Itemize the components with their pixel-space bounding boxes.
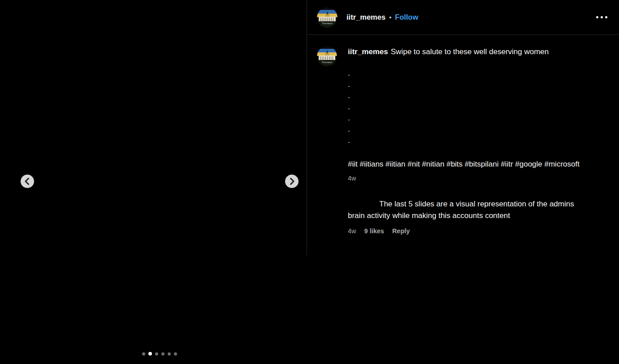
caption-timestamp: 4w bbox=[348, 175, 592, 182]
caption-dot-line: . bbox=[348, 101, 592, 112]
chevron-right-icon bbox=[285, 175, 299, 188]
avatar[interactable]: Thomason bbox=[317, 7, 338, 28]
carousel-dot bbox=[168, 352, 171, 355]
carousel-dot bbox=[174, 352, 177, 355]
carousel-dot bbox=[161, 352, 164, 355]
post-image[interactable] bbox=[0, 0, 307, 364]
comments-section: Thomason iitr_memesSwipe to salute to th… bbox=[307, 46, 619, 235]
post-header: Thomason iitr_memes • Follow bbox=[307, 0, 619, 35]
svg-text:Thomason: Thomason bbox=[322, 61, 333, 64]
more-options-button[interactable] bbox=[594, 14, 609, 20]
caption-dot-line: . bbox=[348, 124, 592, 135]
caption-dot-line: . bbox=[348, 68, 592, 79]
caption-dot-line: . bbox=[348, 90, 592, 101]
caption-dot-line: . bbox=[348, 79, 592, 90]
comment-text: The last 5 slides are a visual represent… bbox=[348, 198, 574, 222]
carousel-next-button[interactable] bbox=[285, 175, 299, 188]
follow-button[interactable]: Follow bbox=[395, 13, 418, 21]
caption-text: Swipe to salute to these well deserving … bbox=[391, 47, 549, 56]
caption-dot-line: . bbox=[348, 135, 592, 146]
svg-text:Thomason: Thomason bbox=[322, 22, 333, 25]
carousel-dot bbox=[142, 352, 145, 355]
caption-text-line: iitr_memesSwipe to salute to these well … bbox=[348, 46, 592, 58]
ellipsis-icon bbox=[605, 16, 607, 18]
carousel-dot-active bbox=[148, 352, 152, 355]
caption-username-link[interactable]: iitr_memes bbox=[348, 47, 388, 56]
comment-meta: 4w 9 likes Reply bbox=[348, 227, 609, 235]
details-pane: Thomason iitr_memes • Follow bbox=[307, 0, 619, 364]
username-link[interactable]: iitr_memes bbox=[346, 13, 385, 21]
carousel-dot bbox=[155, 352, 158, 355]
media-pane bbox=[0, 0, 307, 364]
carousel-prev-button[interactable] bbox=[21, 175, 34, 188]
ellipsis-icon bbox=[596, 16, 598, 18]
caption-dot-line: . bbox=[348, 112, 592, 124]
carousel-dots bbox=[142, 352, 177, 355]
caption-row: Thomason iitr_memesSwipe to salute to th… bbox=[317, 46, 609, 182]
comment-row: The last 5 slides are a visual represent… bbox=[317, 198, 609, 235]
profile-photo: Thomason bbox=[317, 46, 337, 66]
chevron-left-icon bbox=[21, 175, 34, 188]
separator-dot: • bbox=[389, 14, 391, 21]
profile-photo: Thomason bbox=[317, 7, 338, 28]
caption-avatar[interactable]: Thomason bbox=[317, 46, 337, 66]
comment-likes-button[interactable]: 9 likes bbox=[364, 227, 384, 235]
caption-dot-lines: . . . . . . . bbox=[348, 68, 592, 146]
ellipsis-icon bbox=[601, 16, 603, 18]
caption-hashtags[interactable]: #iit #iitians #iitian #nit #nitian #bits… bbox=[348, 158, 592, 170]
comment-reply-button[interactable]: Reply bbox=[392, 227, 410, 235]
caption-content: iitr_memesSwipe to salute to these well … bbox=[348, 46, 592, 182]
comment-timestamp: 4w bbox=[348, 227, 356, 235]
